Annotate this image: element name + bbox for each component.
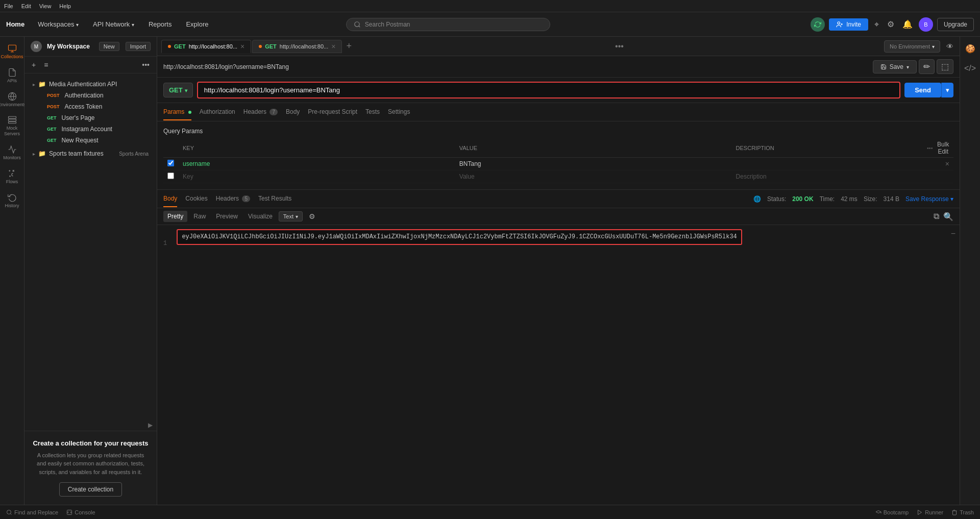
- req-tab-tests[interactable]: Tests: [365, 104, 380, 120]
- url-input[interactable]: [197, 82, 900, 98]
- sidebar-item-monitors[interactable]: Monitors: [2, 142, 22, 164]
- runner-item[interactable]: Runner: [917, 509, 943, 515]
- collection-sub-users-page[interactable]: GET User's Page: [29, 112, 153, 123]
- new-button[interactable]: New: [99, 42, 119, 51]
- right-sidebar: 🍪 </>: [960, 37, 980, 505]
- eye-icon[interactable]: 👁: [944, 40, 955, 53]
- search-bar[interactable]: Search Postman: [346, 18, 550, 31]
- req-tab-settings[interactable]: Settings: [388, 104, 410, 120]
- code-icon[interactable]: </>: [961, 61, 979, 76]
- env-selector[interactable]: No Environment: [884, 40, 940, 53]
- format-type-dropdown[interactable]: Text: [279, 211, 303, 221]
- share-button[interactable]: ⬚: [937, 59, 953, 74]
- sidebar-item-mock-servers[interactable]: Mock Servers: [2, 112, 22, 140]
- cookie-icon[interactable]: 🍪: [962, 41, 978, 57]
- find-replace-item[interactable]: Find and Replace: [6, 509, 58, 515]
- menu-edit[interactable]: Edit: [21, 3, 31, 9]
- apis-icon: [8, 68, 17, 77]
- send-button[interactable]: Send: [904, 83, 941, 97]
- sidebar-item-apis[interactable]: APIs: [2, 65, 22, 87]
- collection-sub-new-request[interactable]: GET New Request: [29, 135, 153, 146]
- api-network-menu[interactable]: API Network: [88, 18, 139, 30]
- col-header-check: [163, 139, 179, 158]
- console-item[interactable]: Console: [66, 509, 95, 515]
- more-options-btn[interactable]: •••: [140, 60, 152, 70]
- user-avatar[interactable]: B: [919, 17, 933, 32]
- reports-link[interactable]: Reports: [143, 18, 177, 30]
- sidebar-item-history[interactable]: History: [2, 190, 22, 212]
- more-tabs-button[interactable]: •••: [615, 42, 624, 51]
- main-layout: Collections APIs Environments Mock Serve…: [0, 37, 980, 505]
- menu-help[interactable]: Help: [59, 3, 71, 9]
- settings-icon[interactable]: ⚙: [885, 17, 896, 31]
- method-dropdown[interactable]: GET: [163, 83, 193, 97]
- sidebar-item-flows[interactable]: Flows: [2, 166, 22, 188]
- resp-tab-cookies[interactable]: Cookies: [185, 191, 207, 207]
- collection-sub-instagram[interactable]: GET Instagram Account: [29, 123, 153, 135]
- edit-button[interactable]: ✏: [919, 59, 935, 74]
- req-tab-body[interactable]: Body: [286, 104, 300, 120]
- format-tab-raw[interactable]: Raw: [189, 211, 210, 222]
- top-nav: Home Workspaces API Network Reports Expl…: [0, 12, 980, 37]
- sidebar-item-collections[interactable]: Collections: [2, 41, 22, 63]
- home-link[interactable]: Home: [6, 20, 24, 28]
- param-key-input[interactable]: [183, 160, 451, 167]
- resp-tab-body[interactable]: Body: [163, 191, 177, 207]
- create-collection-area: Create a collection for your requests A …: [24, 431, 157, 505]
- tab-2[interactable]: GET http://localhost:80... ×: [252, 40, 342, 53]
- collection-media-auth[interactable]: 📁 Media Authentication API: [29, 79, 153, 90]
- req-tab-pre-request[interactable]: Pre-request Script: [308, 104, 357, 120]
- explore-link[interactable]: Explore: [181, 18, 213, 30]
- copy-response-button[interactable]: ⧉: [934, 212, 939, 221]
- request-tabs: Params Authorization Headers 7 Body Pre-…: [157, 103, 960, 121]
- req-tab-params[interactable]: Params: [163, 104, 191, 120]
- row-checkbox[interactable]: [167, 160, 174, 166]
- req-tab-authorization[interactable]: Authorization: [200, 104, 235, 120]
- delete-row-button[interactable]: ×: [945, 160, 949, 168]
- satellite-icon[interactable]: ⌖: [872, 18, 881, 31]
- send-dropdown-button[interactable]: ▾: [941, 83, 953, 97]
- sidebar-item-environments[interactable]: Environments: [2, 89, 22, 111]
- save-button[interactable]: Save: [873, 60, 917, 73]
- tab-1[interactable]: GET http://localhost:80... ×: [161, 40, 251, 53]
- param-value-input[interactable]: [459, 160, 728, 167]
- tab-close-1[interactable]: ×: [240, 42, 244, 51]
- format-tab-preview[interactable]: Preview: [212, 211, 242, 222]
- filter-icon-btn[interactable]: ⚙: [305, 210, 320, 223]
- bootcamp-item[interactable]: Bootcamp: [875, 509, 909, 515]
- bell-icon[interactable]: 🔔: [900, 17, 915, 31]
- create-collection-button[interactable]: Create collection: [59, 482, 122, 497]
- collection-sports[interactable]: 📁 Sports team fixtures Sports Arena: [29, 148, 153, 159]
- format-tab-visualize[interactable]: Visualize: [244, 211, 277, 222]
- resp-tab-test-results[interactable]: Test Results: [258, 191, 291, 207]
- menu-view[interactable]: View: [39, 3, 52, 9]
- req-tab-headers[interactable]: Headers 7: [243, 104, 278, 120]
- trash-item[interactable]: Trash: [951, 509, 974, 515]
- response-tabs: Body Cookies Headers 5 Test Results 🌐 St…: [157, 190, 960, 208]
- sync-icon[interactable]: [811, 17, 825, 32]
- invite-button[interactable]: Invite: [829, 18, 868, 31]
- bulk-edit-button[interactable]: Bulk Edit: [937, 141, 949, 155]
- sort-collections-btn[interactable]: ≡: [42, 60, 50, 70]
- empty-checkbox[interactable]: [167, 172, 174, 179]
- resp-tab-headers[interactable]: Headers 5: [216, 191, 250, 207]
- save-response-button[interactable]: Save Response ▾: [905, 195, 953, 203]
- format-tab-pretty[interactable]: Pretty: [163, 211, 187, 222]
- collection-sub-access-token[interactable]: POST Access Token: [29, 101, 153, 112]
- empty-check-cell: [163, 170, 179, 183]
- invite-icon: [836, 21, 843, 28]
- upgrade-button[interactable]: Upgrade: [937, 18, 974, 31]
- add-collection-btn[interactable]: +: [30, 60, 38, 70]
- search-response-button[interactable]: 🔍: [943, 212, 953, 221]
- tab-close-2[interactable]: ×: [331, 42, 335, 51]
- row-checkbox-cell: [163, 158, 179, 170]
- collection-sub-authentication[interactable]: POST Authentication: [29, 90, 153, 101]
- workspaces-menu[interactable]: Workspaces: [33, 18, 84, 30]
- tab-dot: [168, 45, 171, 48]
- request-name: Authentication: [65, 92, 149, 99]
- add-tab-button[interactable]: +: [343, 41, 355, 52]
- collapse-response-button[interactable]: −: [951, 229, 955, 238]
- panel-expand-btn[interactable]: ▶: [24, 419, 157, 431]
- import-button[interactable]: Import: [126, 42, 151, 51]
- menu-file[interactable]: File: [4, 3, 13, 9]
